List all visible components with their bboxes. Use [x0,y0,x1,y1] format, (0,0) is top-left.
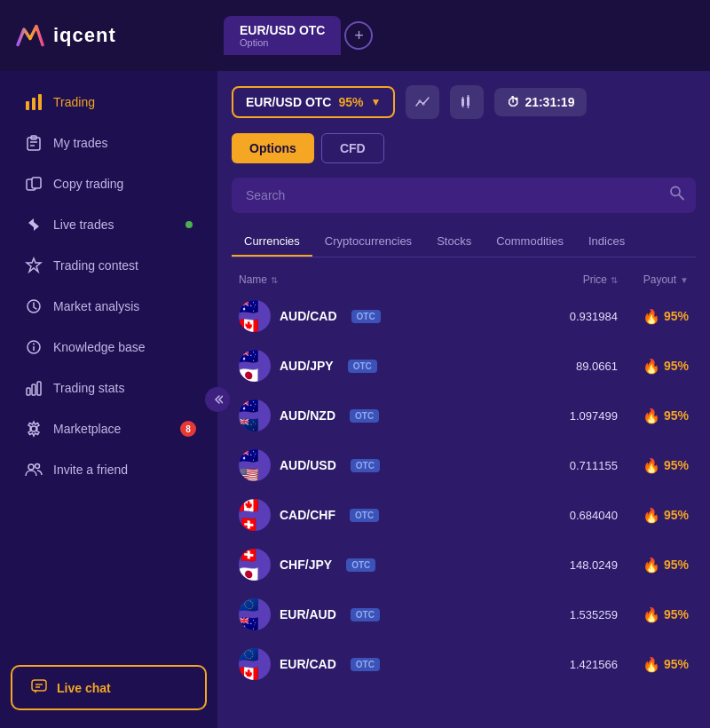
svg-rect-2 [38,94,42,110]
add-tab-button[interactable]: + [344,21,373,50]
table-row[interactable]: 🇨🇦🇨🇭 CAD/CHF OTC 0.684040 🔥 95% [232,490,696,540]
asset-pair-label: AUD/NZD [280,408,335,423]
search-button[interactable] [669,186,685,206]
table-row[interactable]: 🇪🇺🇦🇺 EUR/AUD OTC 1.535259 🔥 95% [232,590,696,639]
fire-icon: 🔥 [643,557,660,574]
fire-icon: 🔥 [643,308,660,325]
star-icon [25,257,43,274]
flag-icon: 🇦🇺🇺🇸 [239,449,271,481]
asset-pair-label: AUD/USD [280,458,336,472]
fire-icon: 🔥 [643,507,660,524]
bar-chart-icon [25,379,43,397]
tab-type-label: Option [240,37,325,48]
users-icon [25,461,43,479]
asset-name-cell: 🇦🇺🇳🇿 AUD/NZD OTC [239,400,511,431]
table-row[interactable]: 🇨🇭🇯🇵 CHF/JPY OTC 148.0249 🔥 95% [232,540,696,590]
toolbar: EUR/USD OTC 95% ▼ ⏱ 21:31:19 [232,85,696,119]
col-name[interactable]: Name ⇅ [239,273,511,286]
otc-badge: OTC [351,459,380,472]
sidebar-item-trading[interactable]: Trading [7,83,210,122]
col-price[interactable]: Price ⇅ [511,273,618,286]
active-tab[interactable]: EUR/USD OTC Option [224,16,341,55]
asset-price: 1.421566 [511,658,618,671]
chart-bar-icon [25,93,43,111]
table-row[interactable]: 🇦🇺🇺🇸 AUD/USD OTC 0.711155 🔥 95% [232,440,696,490]
cat-tab-indices[interactable]: Indices [576,227,637,257]
otc-badge: OTC [348,360,377,373]
assets-list: 🇦🇺🇨🇦 AUD/CAD OTC 0.931984 🔥 95% 🇦🇺🇯🇵 AUD… [232,291,696,682]
table-row[interactable]: 🇦🇺🇳🇿 AUD/NZD OTC 1.097499 🔥 95% [232,391,696,440]
svg-rect-15 [37,382,41,395]
table-row[interactable]: 🇪🇺🇨🇦 EUR/CAD OTC 1.421566 🔥 95% [232,639,696,682]
asset-pct: 95% [338,95,363,109]
asset-pair-label: EUR/CAD [280,657,336,671]
sidebar-item-live-trades[interactable]: Live trades [7,205,210,244]
cfd-tab[interactable]: CFD [321,133,384,163]
asset-payout: 🔥 95% [618,308,689,325]
logo-icon [14,23,46,48]
svg-rect-24 [462,99,464,106]
cat-tab-stocks[interactable]: Stocks [424,227,484,257]
category-tabs: Currencies Cryptocurrencies Stocks Commo… [232,227,696,257]
sidebar-item-invite[interactable]: Invite a friend [7,450,210,489]
svg-rect-14 [32,384,36,395]
tab-bar: EUR/USD OTC Option + [224,16,373,55]
otc-badge: OTC [350,509,379,522]
sidebar-label-market-analysis: Market analysis [53,299,139,313]
table-header: Name ⇅ Price ⇅ Payout ▼ [232,268,696,291]
otc-badge: OTC [346,558,375,572]
svg-rect-8 [32,178,41,188]
options-tab[interactable]: Options [232,133,314,163]
asset-name-cell: 🇪🇺🇨🇦 EUR/CAD OTC [239,648,511,680]
svg-point-17 [28,464,34,470]
asset-payout: 🔥 95% [618,358,689,375]
asset-price: 0.684040 [511,509,618,522]
otc-badge: OTC [350,409,379,423]
live-chat-button[interactable]: Live chat [11,665,207,710]
table-row[interactable]: 🇦🇺🇯🇵 AUD/JPY OTC 89.0661 🔥 95% [232,341,696,391]
sidebar-collapse-button[interactable] [205,387,230,412]
svg-rect-1 [32,98,36,110]
flag-icon: 🇨🇦🇨🇭 [239,499,271,531]
sidebar-item-marketplace[interactable]: Marketplace 8 [7,409,210,448]
asset-payout: 🔥 95% [618,507,689,524]
live-chat-label: Live chat [57,681,111,695]
price-sort-icon: ⇅ [611,275,618,285]
flag-icon: 🇦🇺🇯🇵 [239,350,271,382]
sidebar-item-my-trades[interactable]: My trades [7,123,210,162]
candle-chart-button[interactable] [450,85,484,119]
asset-name-cell: 🇪🇺🇦🇺 EUR/AUD OTC [239,598,511,630]
sidebar-item-market-analysis[interactable]: Market analysis [7,287,210,326]
cat-tab-cryptocurrencies[interactable]: Cryptocurrencies [312,227,424,257]
asset-pair-label: AUD/JPY [280,359,334,373]
header: iqcent EUR/USD OTC Option + [0,0,710,71]
asset-selector[interactable]: EUR/USD OTC 95% ▼ [232,86,395,118]
cat-tab-currencies[interactable]: Currencies [232,227,312,257]
asset-name-cell: 🇨🇭🇯🇵 CHF/JPY OTC [239,549,511,581]
line-chart-button[interactable] [406,85,439,119]
layout: Trading My trades Copy trading Live trad… [0,71,710,728]
otc-badge: OTC [351,310,381,323]
arrows-icon [25,216,43,233]
otc-badge: OTC [351,608,380,621]
search-input[interactable] [232,178,696,213]
asset-pair-label: AUD/CAD [280,309,337,323]
sidebar-label-trading: Trading [53,95,95,109]
chevron-down-icon: ▼ [370,96,381,108]
svg-rect-13 [27,388,30,395]
sidebar-label-trading-contest: Trading contest [53,258,138,273]
sidebar-item-trading-contest[interactable]: Trading contest [7,246,210,285]
sidebar-item-trading-stats[interactable]: Trading stats [7,368,210,408]
fire-icon: 🔥 [643,656,660,673]
col-payout[interactable]: Payout ▼ [618,273,689,286]
asset-selector-label: EUR/USD OTC [246,95,331,109]
sidebar-item-knowledge-base[interactable]: Knowledge base [7,328,210,367]
main-content: EUR/USD OTC 95% ▼ ⏱ 21:31:19 Options CFD [217,71,710,728]
sidebar-item-copy-trading[interactable]: Copy trading [7,164,210,203]
asset-name-cell: 🇦🇺🇺🇸 AUD/USD OTC [239,449,511,481]
sidebar-label-live-trades: Live trades [53,218,114,232]
cat-tab-commodities[interactable]: Commodities [484,227,576,257]
table-row[interactable]: 🇦🇺🇨🇦 AUD/CAD OTC 0.931984 🔥 95% [232,291,696,341]
asset-payout: 🔥 95% [618,457,689,474]
flag-icon: 🇦🇺🇳🇿 [239,400,271,431]
